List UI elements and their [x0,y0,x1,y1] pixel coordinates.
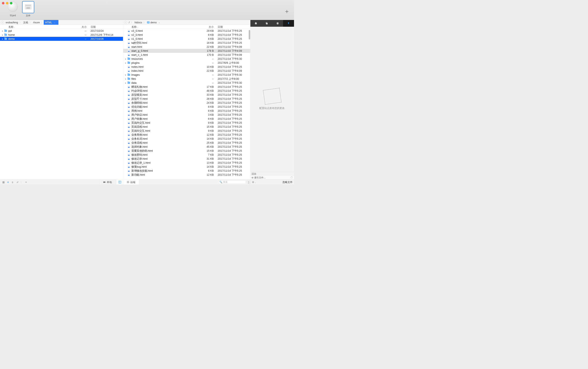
col-date-label[interactable]: 日期 [88,25,123,28]
breadcrumb-segment[interactable]: demo⌄ [146,20,161,25]
new-tab-button[interactable]: ＋ [284,7,290,15]
remote-tab-button[interactable]: 远端 [123,179,139,184]
local-tab-button[interactable]: 本地 [99,179,115,184]
html-file-icon [128,141,130,144]
file-row[interactable]: 页面内交互.html9 KB2017/11/14 下午5:25 [123,121,250,125]
file-name: start_g_0.html [131,49,202,52]
col-size-label[interactable]: 大小 [202,25,216,28]
disclosure-triangle-icon[interactable]: ▸ [1,38,4,40]
file-row[interactable]: 赠送礼物.html17 KB2017/11/14 下午5:25 [123,85,250,89]
file-row[interactable]: ▸demo--2017/10/26 [0,37,123,41]
col-date-label[interactable]: 日期 [216,25,250,28]
file-size: 9 KB [202,121,216,124]
minimize-button[interactable] [6,2,8,4]
scrollbar-thumb[interactable] [249,30,250,40]
file-name: 修改记录.html [131,157,202,161]
file-size: 17 KB [202,85,216,88]
file-row[interactable]: 新增修改技能.html6 KB2017/11/14 下午5:25 [123,169,250,173]
disk-icon [103,181,106,183]
file-row[interactable]: ▸ppt--2017/10/24 [0,29,123,33]
file-row[interactable]: 原型视觉.html33 KB2017/11/14 下午5:25 [123,93,250,97]
breadcrumb-segment[interactable]: htdocs [133,20,143,25]
breadcrumb-remote: ‹/〉htdocs〉demo⌄ [123,20,250,25]
file-row[interactable]: 用例.html8 KB2017/11/14 下午5:25 [123,109,250,113]
add-button[interactable]: ＋ [25,180,28,184]
file-row[interactable]: ▸data--2017/11/14 下午5:30 [123,81,250,85]
folder-icon [127,62,130,64]
disclosure-triangle-icon[interactable]: ▸ [124,58,127,60]
file-name: ta的空间.html [131,41,202,45]
view-list-button[interactable]: ≡ [7,181,10,184]
view-icons-button[interactable]: ▦ [2,181,5,184]
file-row[interactable]: 修改记录_1.html13 KB2017/11/14 下午5:25 [123,161,250,165]
bookmark-button[interactable]: ▯ [247,180,251,184]
file-name: resources [131,57,202,60]
file-row[interactable]: 修改密码.html7 KB2017/11/14 下午5:25 [123,153,250,157]
file-row[interactable]: v2_0.html8 KB2017/11/14 下午5:25 [123,33,250,37]
file-row[interactable]: v1_0.html8 KB2017/11/14 下午5:25 [123,37,250,41]
file-row[interactable]: 业务名词.html14 KB2017/11/14 下午5:25 [123,137,250,141]
breadcrumb-segment[interactable]: HTML⌄ [44,20,59,25]
file-row[interactable]: ▸images--2017/11/14 下午5:30 [123,73,250,77]
file-row[interactable]: ▸plugins--2017/6/9 上午8:00 [123,61,250,65]
dual-pane-toggle[interactable] [117,179,123,184]
disclosure-triangle-icon[interactable]: ▸ [1,34,4,36]
history-back-button[interactable]: ‹ [124,21,127,24]
file-row[interactable]: 余额明细.html24 KB2017/11/14 下午5:25 [123,101,250,105]
col-name-label[interactable]: 名称 [8,25,13,28]
file-row[interactable]: start.html22 KB2017/11/10 下午4:09 [123,45,250,49]
breadcrumb-segment[interactable]: / [128,20,130,25]
file-row[interactable]: 约会详情.html48 KB2017/11/14 下午5:25 [123,89,250,93]
file-size: -- [202,57,216,60]
sidetab-doc[interactable] [272,20,283,27]
disclosure-triangle-icon[interactable]: ▸ [124,82,127,84]
zoom-button[interactable] [10,2,12,4]
file-row[interactable]: 用户画像.html8 KB2017/11/14 下午5:25 [123,117,250,121]
file-row[interactable]: ▸resources--2017/11/14 下午5:30 [123,57,250,61]
folder-icon [127,82,130,84]
file-row[interactable]: 用户协议.html3 KB2017/11/14 下午5:25 [123,113,250,117]
file-row[interactable]: index.html22 KB2017/11/10 下午4:09 [123,69,250,73]
file-row[interactable]: 页面间交互.html9 KB2017/11/14 下午5:25 [123,129,250,133]
settings-gear-icon[interactable]: ⚙︎ ⌄ [252,181,256,184]
col-size-label[interactable]: 大小 [75,25,88,28]
file-row[interactable]: ta的空间.html18 KB2017/11/14 下午5:25 [123,41,250,45]
view-columns-button[interactable]: ⫼ [11,181,14,184]
file-row[interactable]: start_c_1.html170 B2017/11/10 下午4:09 [123,53,250,57]
ignore-files-label[interactable]: 忽略文件 [283,180,293,184]
file-row[interactable]: 优化功能.html8 KB2017/11/14 下午5:25 [123,105,250,109]
breadcrumb-segment[interactable]: wubaofeng [5,20,19,25]
col-name-label[interactable]: 名称 [132,25,137,28]
activity-stop-icon[interactable]: ⊖ [252,176,254,179]
file-row[interactable]: 选择对象.html45 KB2017/11/14 下午5:25 [123,145,250,149]
file-row[interactable]: 修改记录.html31 KB2017/11/14 下午5:25 [123,157,250,161]
file-row[interactable]: notes.html10 KB2017/11/14 下午5:25 [123,65,250,69]
file-date: 2017/11/14 下午5:25 [216,93,250,97]
view-split-button[interactable]: ⫻ [16,181,20,184]
file-row[interactable]: 新功能.html12 KB2017/11/14 下午5:25 [123,173,250,177]
breadcrumb-segment[interactable]: Axure [32,20,41,25]
disclosure-triangle-icon[interactable]: ▸ [1,30,4,32]
file-row[interactable]: 页面流程.html15 KB2017/11/14 下午5:25 [123,125,250,129]
close-button[interactable] [2,2,4,4]
sidetab-upload[interactable] [283,20,294,27]
file-row[interactable]: 需要其他协助.html15 KB2017/11/14 下午5:25 [123,149,250,153]
breadcrumb-segment[interactable]: 文稿 [22,20,29,25]
sidetab-home[interactable] [251,20,261,27]
file-row[interactable]: ▸files--2017/7/2 上午8:00 [123,77,250,81]
file-row[interactable]: 业务用例.html12 KB2017/11/14 下午5:25 [123,133,250,137]
search-input[interactable]: 🔍 搜索 [219,180,246,184]
sidetab-copy[interactable] [261,20,272,27]
globe-icon [127,181,129,183]
file-row[interactable]: ▸home--2017/12/6 下午4:14 [0,33,123,37]
history-back-button[interactable]: ‹ [1,21,4,24]
file-row[interactable]: v3_0.html29 KB2017/11/14 下午5:25 [123,29,250,33]
file-row[interactable]: start_g_0.html178 B2017/11/10 下午4:09 [123,49,250,53]
titlebar-tab[interactable]: 文件 [22,1,34,17]
file-row[interactable]: 修复bug.html14 KB2017/11/14 下午5:25 [123,165,250,169]
disclosure-triangle-icon[interactable]: ▸ [124,74,127,76]
file-row[interactable]: 原型尺寸.html28 KB2017/11/14 下午5:25 [123,97,250,101]
file-row[interactable]: 业务流程.html25 KB2017/11/14 下午5:25 [123,141,250,145]
disclosure-triangle-icon[interactable]: ▸ [124,62,127,64]
disclosure-triangle-icon[interactable]: ▸ [124,78,127,80]
